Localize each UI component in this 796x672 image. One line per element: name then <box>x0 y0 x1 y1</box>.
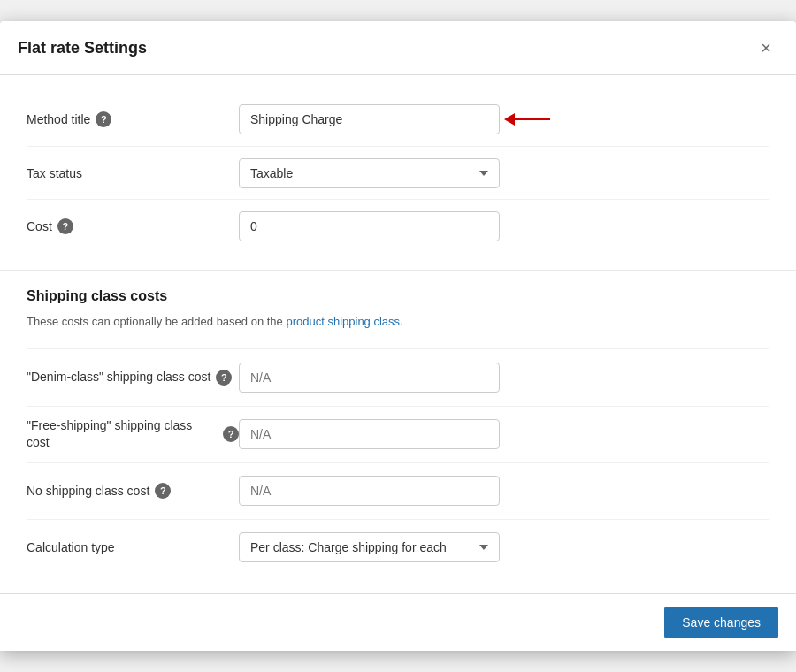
denim-class-input-group <box>239 363 769 393</box>
cost-input-group <box>239 211 769 241</box>
description-before-text: These costs can optionally be added base… <box>27 315 286 328</box>
arrow-head <box>504 113 515 126</box>
method-title-row: Method title ? <box>27 93 769 146</box>
denim-class-label: "Denim-class" shipping class cost <box>27 369 210 386</box>
no-shipping-class-row: No shipping class cost ? <box>27 462 769 519</box>
save-changes-button[interactable]: Save changes <box>664 607 778 638</box>
denim-class-row: "Denim-class" shipping class cost ? <box>27 349 769 406</box>
shipping-class-section-title: Shipping class costs <box>27 288 769 304</box>
free-shipping-label: "Free-shipping" shipping class cost <box>27 417 218 452</box>
flat-rate-settings-modal: Flat rate Settings × Method title ? <box>0 21 796 651</box>
calculation-type-label: Calculation type <box>27 540 115 554</box>
denim-class-input[interactable] <box>239 363 500 393</box>
free-shipping-label-group: "Free-shipping" shipping class cost ? <box>27 417 239 452</box>
product-shipping-class-link[interactable]: product shipping class <box>286 315 400 328</box>
close-button[interactable]: × <box>754 35 778 60</box>
calculation-type-input-group: Per class: Charge shipping for each Per … <box>239 532 769 562</box>
calculation-type-row: Calculation type Per class: Charge shipp… <box>27 519 769 576</box>
cost-label-group: Cost ? <box>27 218 239 234</box>
tax-status-row: Tax status Taxable None <box>27 146 769 199</box>
no-shipping-class-help-icon[interactable]: ? <box>155 483 171 499</box>
modal-body: Method title ? Tax status <box>0 75 796 593</box>
arrow-annotation <box>504 113 550 126</box>
arrow-line <box>515 118 550 120</box>
free-shipping-help-icon[interactable]: ? <box>223 426 239 442</box>
basic-settings-section: Method title ? Tax status <box>0 75 796 271</box>
calculation-type-select[interactable]: Per class: Charge shipping for each Per … <box>239 532 500 562</box>
free-shipping-class-row: "Free-shipping" shipping class cost ? <box>27 406 769 462</box>
denim-class-label-group: "Denim-class" shipping class cost ? <box>27 369 239 386</box>
method-title-label-group: Method title ? <box>27 111 239 127</box>
modal-title: Flat rate Settings <box>18 39 147 57</box>
shipping-class-description: These costs can optionally be added base… <box>27 313 769 331</box>
method-title-help-icon[interactable]: ? <box>96 111 111 127</box>
modal-header: Flat rate Settings × <box>0 21 796 75</box>
tax-status-select[interactable]: Taxable None <box>239 158 500 188</box>
denim-class-help-icon[interactable]: ? <box>216 370 232 386</box>
no-shipping-class-input[interactable] <box>239 476 500 506</box>
tax-status-label-group: Tax status <box>27 166 239 180</box>
shipping-class-rows: "Denim-class" shipping class cost ? "Fre… <box>27 348 769 576</box>
no-shipping-class-label: No shipping class cost <box>27 484 149 498</box>
no-shipping-class-label-group: No shipping class cost ? <box>27 483 239 499</box>
no-shipping-class-input-group <box>239 476 769 506</box>
free-shipping-input[interactable] <box>239 419 500 449</box>
tax-status-label: Tax status <box>27 166 82 180</box>
cost-row: Cost ? <box>27 199 769 252</box>
method-title-input[interactable] <box>239 104 500 134</box>
cost-input[interactable] <box>239 211 500 241</box>
description-after-text: . <box>400 315 403 328</box>
method-title-label: Method title <box>27 112 90 126</box>
cost-label: Cost <box>27 219 52 233</box>
modal-footer: Save changes <box>0 593 796 651</box>
free-shipping-input-group <box>239 419 769 449</box>
shipping-class-section: Shipping class costs These costs can opt… <box>0 271 796 593</box>
cost-help-icon[interactable]: ? <box>57 218 73 234</box>
calculation-type-label-group: Calculation type <box>27 540 239 554</box>
method-title-input-group <box>239 104 769 134</box>
tax-status-input-group: Taxable None <box>239 158 769 188</box>
